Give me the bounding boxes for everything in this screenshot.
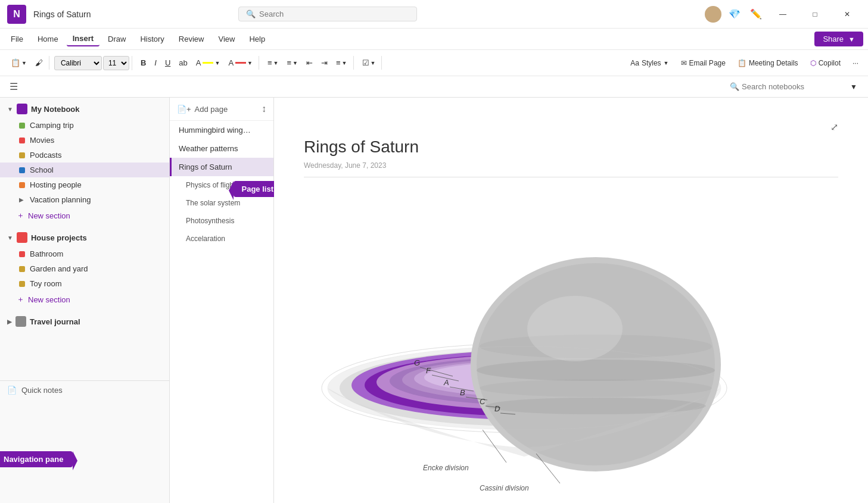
strikethrough-button[interactable]: ab bbox=[175, 56, 191, 70]
plus-icon: ＋ bbox=[17, 210, 24, 221]
font-size-select[interactable]: 11 bbox=[103, 56, 129, 70]
menu-review[interactable]: Review bbox=[173, 32, 210, 46]
sidebar-item-hosting-people[interactable]: Hosting people bbox=[0, 177, 169, 192]
menu-draw[interactable]: Draw bbox=[102, 32, 132, 46]
plus-icon-2: ＋ bbox=[17, 294, 24, 305]
sidebar-item-movies[interactable]: Movies bbox=[0, 133, 169, 148]
my-notebook-new-section[interactable]: ＋ New section bbox=[0, 207, 169, 224]
travel-journal-title[interactable]: ▶ Travel journal bbox=[0, 313, 169, 330]
sidebar-item-toy-room[interactable]: Toy room bbox=[0, 276, 169, 291]
check-group: ☑▼ bbox=[356, 56, 382, 70]
house-projects-new-section[interactable]: ＋ New section bbox=[0, 291, 169, 308]
underline-button[interactable]: U bbox=[161, 56, 174, 70]
bold-button[interactable]: B bbox=[137, 56, 150, 70]
font-color-button[interactable]: A▼ bbox=[225, 56, 256, 70]
menu-help[interactable]: Help bbox=[243, 32, 271, 46]
search-input[interactable] bbox=[259, 10, 409, 18]
title-search-box[interactable]: 🔍 bbox=[238, 7, 417, 21]
align-button[interactable]: ≡▼ bbox=[332, 56, 351, 70]
more-button[interactable]: ··· bbox=[848, 56, 863, 70]
my-notebook-title[interactable]: ▼ My Notebook bbox=[0, 100, 169, 118]
svg-text:F: F bbox=[426, 366, 431, 375]
notebook-search-icon: 🔍 bbox=[730, 82, 739, 91]
collapse-sidebar-button[interactable]: ☰ bbox=[7, 79, 20, 95]
clipboard-button[interactable]: 📋▼ bbox=[7, 56, 30, 70]
menu-history[interactable]: History bbox=[134, 32, 170, 46]
outdent-button[interactable]: ⇤ bbox=[303, 56, 316, 70]
italic-button[interactable]: I bbox=[151, 56, 160, 70]
title-actions: 💎 ✏️ — □ ✕ bbox=[705, 5, 861, 24]
vacation-expand-icon: ▶ bbox=[19, 196, 24, 203]
edit-icon-btn[interactable]: ✏️ bbox=[748, 6, 764, 23]
notebook-search-box[interactable]: 🔍 bbox=[730, 82, 842, 91]
indent-button[interactable]: ⇥ bbox=[318, 56, 331, 70]
saturn-illustration: G F A B C D bbox=[304, 192, 733, 501]
nav-pane-label: Navigation pane bbox=[0, 451, 73, 467]
school-color-dot bbox=[19, 167, 25, 173]
page-item-photosynthesis[interactable]: Photosynthesis bbox=[170, 212, 273, 230]
sidebar-item-camping-trip[interactable]: Camping trip bbox=[0, 118, 169, 133]
avatar[interactable] bbox=[705, 6, 721, 23]
copilot-icon: ⬡ bbox=[810, 59, 816, 67]
page-item-weather[interactable]: Weather patterns bbox=[170, 139, 273, 158]
menu-home[interactable]: Home bbox=[32, 32, 64, 46]
camping-trip-color-dot bbox=[19, 123, 25, 129]
podcasts-color-dot bbox=[19, 152, 25, 158]
content-search-row: ☰ 🔍 ▼ bbox=[0, 76, 868, 98]
page-item-rings-of-saturn[interactable]: Rings of Saturn bbox=[170, 158, 273, 176]
hosting-color-dot bbox=[19, 182, 25, 188]
styles-chevron-icon: ▼ bbox=[664, 60, 669, 66]
sidebar-item-podcasts[interactable]: Podcasts bbox=[0, 148, 169, 163]
minimize-button[interactable]: — bbox=[769, 5, 797, 24]
sidebar-item-bathroom[interactable]: Bathroom bbox=[0, 246, 169, 261]
add-page-button[interactable]: 📄+ Add page bbox=[177, 105, 228, 114]
share-button[interactable]: Share ▼ bbox=[814, 32, 863, 46]
page-date: Wednesday, June 7, 2023 bbox=[304, 161, 838, 177]
highlight-button[interactable]: A▼ bbox=[192, 56, 224, 70]
quick-notes-item[interactable]: 📄 Quick notes bbox=[0, 380, 169, 399]
house-projects-title[interactable]: ▼ House projects bbox=[0, 229, 169, 246]
share-chevron-icon: ▼ bbox=[848, 36, 855, 43]
svg-text:A: A bbox=[443, 378, 449, 387]
maximize-button[interactable]: □ bbox=[801, 5, 829, 24]
close-button[interactable]: ✕ bbox=[833, 5, 861, 24]
toolbar: 📋▼ 🖌 Calibri 11 B I U ab A▼ A▼ ≡▼ ≡▼ ⇤ ⇥… bbox=[0, 50, 868, 76]
page-list-panel: 📄+ Add page ↕ Hummingbird wing… Weather … bbox=[170, 98, 274, 503]
formatting-group: B I U ab A▼ A▼ bbox=[135, 56, 259, 70]
svg-text:D: D bbox=[494, 404, 500, 413]
sidebar-item-vacation-planning[interactable]: ▶ Vacation planning bbox=[0, 192, 169, 207]
my-notebook-chevron-icon: ▼ bbox=[7, 106, 13, 113]
diamond-icon-btn[interactable]: 💎 bbox=[726, 6, 743, 23]
page-item-accelaration[interactable]: Accelaration bbox=[170, 230, 273, 248]
meeting-details-button[interactable]: 📋 Meeting Details bbox=[733, 56, 803, 70]
toolbar-right: Aa Styles ▼ ✉ Email Page 📋 Meeting Detai… bbox=[626, 56, 863, 70]
expand-content-button[interactable]: ⤢ bbox=[830, 121, 838, 133]
svg-point-13 bbox=[477, 360, 715, 381]
font-family-select[interactable]: Calibri bbox=[54, 56, 102, 70]
page-title: Rings of Saturn bbox=[304, 138, 838, 157]
chevron-down-icon[interactable]: ▼ bbox=[847, 80, 861, 93]
numbering-button[interactable]: ≡▼ bbox=[284, 56, 302, 70]
email-page-button[interactable]: ✉ Email Page bbox=[676, 56, 730, 70]
svg-point-14 bbox=[480, 379, 712, 397]
copilot-button[interactable]: ⬡ Copilot bbox=[805, 56, 845, 70]
page-item-hummingbird[interactable]: Hummingbird wing… bbox=[170, 121, 273, 139]
styles-button[interactable]: Aa Styles ▼ bbox=[626, 56, 673, 70]
page-list-label: Page list bbox=[234, 181, 278, 197]
format-painter-button[interactable]: 🖌 bbox=[32, 56, 46, 70]
bullets-button[interactable]: ≡▼ bbox=[264, 56, 282, 70]
sidebar-item-garden[interactable]: Garden and yard bbox=[0, 261, 169, 276]
travel-journal-chevron-icon: ▶ bbox=[7, 318, 12, 325]
sort-pages-button[interactable]: ↕ bbox=[262, 104, 266, 114]
my-notebook-icon bbox=[17, 104, 27, 114]
garden-color-dot bbox=[19, 266, 25, 272]
notebook-search-input[interactable] bbox=[742, 82, 842, 91]
app-title: Rings of Saturn bbox=[33, 10, 91, 19]
title-bar: N Rings of Saturn 🔍 💎 ✏️ — □ ✕ bbox=[0, 0, 868, 29]
sidebar-item-school[interactable]: School bbox=[0, 163, 169, 177]
menu-view[interactable]: View bbox=[212, 32, 241, 46]
checkbox-button[interactable]: ☑▼ bbox=[359, 56, 379, 70]
menu-insert[interactable]: Insert bbox=[67, 32, 99, 46]
menu-file[interactable]: File bbox=[5, 32, 29, 46]
search-icon: 🔍 bbox=[246, 10, 256, 18]
